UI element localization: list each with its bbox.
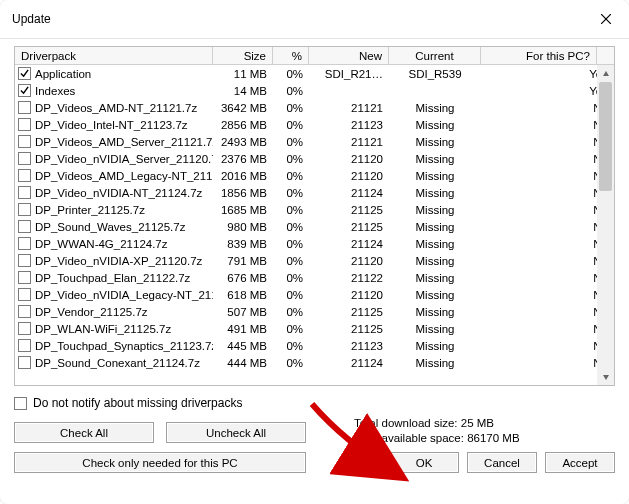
- col-driverpack[interactable]: Driverpack: [15, 47, 213, 65]
- update-dialog: Update Driverpack Size % New Current For…: [0, 0, 629, 504]
- row-checkbox[interactable]: [18, 169, 31, 182]
- cell-for-this-pc: No: [481, 187, 614, 199]
- cell-name: DP_WWAN-4G_21124.7z: [15, 237, 213, 250]
- scroll-up-button[interactable]: [597, 65, 614, 82]
- notify-checkbox[interactable]: [14, 397, 27, 410]
- row-checkbox[interactable]: [18, 271, 31, 284]
- col-new[interactable]: New: [309, 47, 389, 65]
- cell-current: Missing: [389, 238, 481, 250]
- table-row[interactable]: DP_Videos_AMD_Server_21121.7z2493 MB0%21…: [15, 133, 614, 150]
- only-needed-button[interactable]: Check only needed for this PC: [14, 452, 306, 473]
- row-name-label: DP_Videos_AMD-NT_21121.7z: [35, 102, 197, 114]
- table-row[interactable]: DP_Video_nVIDIA-NT_21124.7z1856 MB0%2112…: [15, 184, 614, 201]
- cell-name: DP_WLAN-WiFi_21125.7z: [15, 322, 213, 335]
- row-checkbox[interactable]: [18, 101, 31, 114]
- cell-size: 980 MB: [213, 221, 273, 233]
- cancel-button[interactable]: Cancel: [467, 452, 537, 473]
- total-download-label: Total download size: 25 MB: [354, 416, 520, 431]
- cell-new: 21120: [309, 170, 389, 182]
- row-checkbox[interactable]: [18, 339, 31, 352]
- cell-current: Missing: [389, 272, 481, 284]
- row-name-label: DP_Videos_AMD_Legacy-NT_211…: [35, 170, 213, 182]
- row-checkbox[interactable]: [18, 288, 31, 301]
- cell-current: Missing: [389, 119, 481, 131]
- cell-size: 444 MB: [213, 357, 273, 369]
- table-row[interactable]: DP_Videos_AMD-NT_21121.7z3642 MB0%21121M…: [15, 99, 614, 116]
- cell-for-this-pc: No: [481, 119, 614, 131]
- cell-for-this-pc: No: [481, 153, 614, 165]
- table-row[interactable]: DP_Sound_Conexant_21124.7z444 MB0%21124M…: [15, 354, 614, 371]
- cell-current: Missing: [389, 102, 481, 114]
- left-buttons: Check All Uncheck All Check only needed …: [14, 422, 306, 473]
- row-checkbox[interactable]: [18, 356, 31, 369]
- cell-current: SDI_R539: [389, 68, 481, 80]
- close-button[interactable]: [583, 4, 629, 34]
- cell-name: Application: [15, 67, 213, 80]
- scroll-thumb[interactable]: [599, 82, 612, 191]
- ok-button[interactable]: OK: [389, 452, 459, 473]
- table-row[interactable]: DP_Video_Intel-NT_21123.7z2856 MB0%21123…: [15, 116, 614, 133]
- cell-size: 1685 MB: [213, 204, 273, 216]
- row-checkbox[interactable]: [18, 186, 31, 199]
- table-row[interactable]: DP_Touchpad_Synaptics_21123.7z445 MB0%21…: [15, 337, 614, 354]
- vertical-scrollbar[interactable]: [597, 65, 614, 385]
- cell-current: Missing: [389, 187, 481, 199]
- table-row[interactable]: DP_WWAN-4G_21124.7z839 MB0%21124MissingN…: [15, 235, 614, 252]
- table-row[interactable]: DP_Video_nVIDIA_Legacy-NT_211…618 MB0%21…: [15, 286, 614, 303]
- col-for-this-pc[interactable]: For this PC?: [481, 47, 597, 65]
- table-row[interactable]: Indexes14 MB0%Yes: [15, 82, 614, 99]
- cell-percent: 0%: [273, 68, 309, 80]
- row-checkbox[interactable]: [18, 152, 31, 165]
- row-checkbox[interactable]: [18, 322, 31, 335]
- row-checkbox[interactable]: [18, 220, 31, 233]
- scroll-track[interactable]: [597, 82, 614, 368]
- row-name-label: DP_WWAN-4G_21124.7z: [35, 238, 168, 250]
- cell-percent: 0%: [273, 119, 309, 131]
- row-name-label: DP_Touchpad_Elan_21122.7z: [35, 272, 190, 284]
- table-row[interactable]: DP_Videos_AMD_Legacy-NT_211…2016 MB0%211…: [15, 167, 614, 184]
- cell-percent: 0%: [273, 153, 309, 165]
- row-checkbox[interactable]: [18, 305, 31, 318]
- table-row[interactable]: DP_Video_nVIDIA_Server_21120.7z2376 MB0%…: [15, 150, 614, 167]
- table-row[interactable]: DP_Vendor_21125.7z507 MB0%21125MissingNo: [15, 303, 614, 320]
- cell-new: 21123: [309, 119, 389, 131]
- cell-name: DP_Vendor_21125.7z: [15, 305, 213, 318]
- table-row[interactable]: DP_Touchpad_Elan_21122.7z676 MB0%21122Mi…: [15, 269, 614, 286]
- cell-for-this-pc: No: [481, 323, 614, 335]
- row-checkbox[interactable]: [18, 118, 31, 131]
- window-title: Update: [12, 12, 51, 26]
- cell-percent: 0%: [273, 323, 309, 335]
- cell-new: 21120: [309, 153, 389, 165]
- col-percent[interactable]: %: [273, 47, 309, 65]
- cell-name: DP_Sound_Conexant_21124.7z: [15, 356, 213, 369]
- cell-name: DP_Touchpad_Synaptics_21123.7z: [15, 339, 213, 352]
- row-checkbox[interactable]: [18, 135, 31, 148]
- row-checkbox[interactable]: [18, 84, 31, 97]
- table-row[interactable]: DP_Video_nVIDIA-XP_21120.7z791 MB0%21120…: [15, 252, 614, 269]
- cell-new: 21125: [309, 204, 389, 216]
- row-name-label: DP_Sound_Conexant_21124.7z: [35, 357, 200, 369]
- row-checkbox[interactable]: [18, 237, 31, 250]
- row-checkbox[interactable]: [18, 203, 31, 216]
- row-name-label: DP_WLAN-WiFi_21125.7z: [35, 323, 171, 335]
- col-current[interactable]: Current: [389, 47, 481, 65]
- table-body[interactable]: Application11 MB0%SDI_R21…SDI_R539YesInd…: [15, 65, 614, 385]
- cell-percent: 0%: [273, 204, 309, 216]
- total-space-label: Total available space: 86170 MB: [354, 431, 520, 446]
- row-name-label: DP_Video_nVIDIA_Server_21120.7z: [35, 153, 213, 165]
- right-buttons: OK Cancel Accept: [389, 452, 615, 473]
- uncheck-all-button[interactable]: Uncheck All: [166, 422, 306, 443]
- col-size[interactable]: Size: [213, 47, 273, 65]
- row-name-label: Indexes: [35, 85, 75, 97]
- cell-size: 1856 MB: [213, 187, 273, 199]
- table-row[interactable]: DP_Printer_21125.7z1685 MB0%21125Missing…: [15, 201, 614, 218]
- check-all-button[interactable]: Check All: [14, 422, 154, 443]
- row-checkbox[interactable]: [18, 67, 31, 80]
- row-checkbox[interactable]: [18, 254, 31, 267]
- scroll-down-button[interactable]: [597, 368, 614, 385]
- table-row[interactable]: DP_Sound_Waves_21125.7z980 MB0%21125Miss…: [15, 218, 614, 235]
- table-row[interactable]: Application11 MB0%SDI_R21…SDI_R539Yes: [15, 65, 614, 82]
- table-row[interactable]: DP_WLAN-WiFi_21125.7z491 MB0%21125Missin…: [15, 320, 614, 337]
- accept-button[interactable]: Accept: [545, 452, 615, 473]
- cell-new: 21124: [309, 238, 389, 250]
